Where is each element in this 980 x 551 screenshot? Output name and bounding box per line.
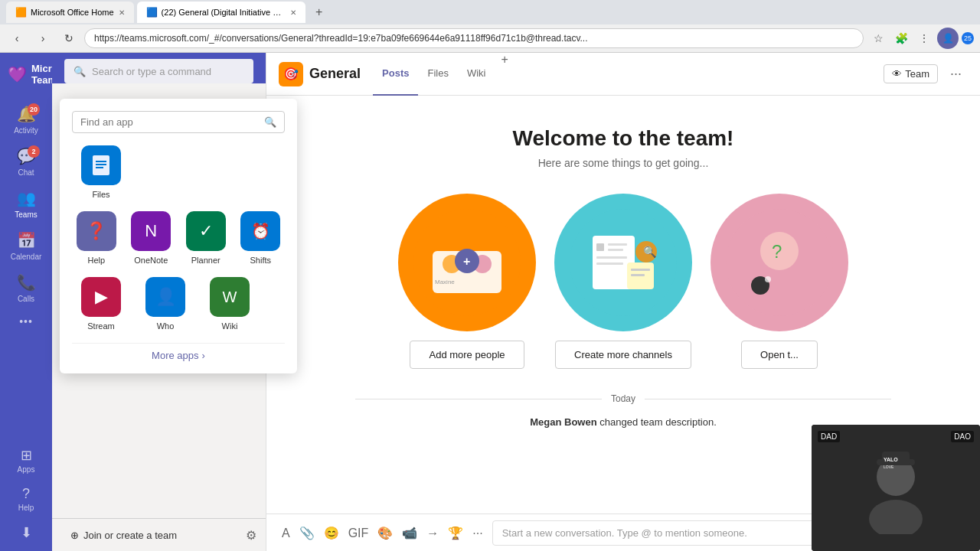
open-button[interactable]: Open t... bbox=[741, 341, 818, 369]
svg-text:LOVE: LOVE bbox=[884, 465, 894, 469]
compose-placeholder: Start a new conversation. Type @ to ment… bbox=[502, 527, 747, 539]
app-popup: 🔍 Files bbox=[60, 99, 297, 373]
teams-panel: 🔍 Search or type a command Teams ⚙ 🔍 bbox=[52, 53, 266, 551]
activity-badge: 20 bbox=[28, 103, 40, 116]
tab-wiki[interactable]: Wiki bbox=[458, 53, 495, 96]
tab1-close[interactable]: ✕ bbox=[119, 8, 125, 17]
app-row-2: ❓ Help N OneNote ✓ Planner ⏰ Shifts bbox=[72, 211, 285, 265]
new-tab-button[interactable]: + bbox=[309, 2, 330, 23]
send-icon[interactable]: → bbox=[423, 523, 442, 543]
channel-more-button[interactable]: ··· bbox=[944, 63, 968, 85]
app-row-featured: Files bbox=[72, 145, 285, 199]
sidebar-item-chat[interactable]: 2 💬 Chat bbox=[0, 141, 52, 183]
add-tab-button[interactable]: + bbox=[495, 53, 514, 96]
activity-label: Activity bbox=[14, 126, 38, 135]
video-person-svg: YALO LOVE bbox=[850, 442, 942, 534]
activity-action: changed team description. bbox=[599, 416, 716, 428]
gif-icon[interactable]: GIF bbox=[345, 523, 372, 543]
browser-menu-icon[interactable]: ⋮ bbox=[914, 28, 934, 48]
back-button[interactable]: ‹ bbox=[6, 28, 28, 49]
welcome-subtitle: Here are some things to get going... bbox=[538, 157, 709, 169]
app-search-input[interactable] bbox=[80, 116, 258, 128]
wiki-app-label: Wiki bbox=[222, 321, 238, 331]
address-bar[interactable]: https://teams.microsoft.com/_#/conversat… bbox=[84, 28, 864, 48]
onenote-app-icon: N bbox=[131, 211, 171, 251]
attach-icon[interactable]: 📎 bbox=[296, 523, 318, 543]
more-actions-icon[interactable]: ··· bbox=[469, 523, 485, 543]
teams-icon: 👥 bbox=[17, 189, 36, 207]
panel-settings-icon[interactable]: ⚙ bbox=[246, 528, 256, 543]
meet-icon[interactable]: 📹 bbox=[399, 523, 420, 543]
app-item-help[interactable]: ❓ Help bbox=[72, 211, 121, 265]
app-item-stream[interactable]: ▶ Stream bbox=[72, 277, 130, 331]
add-people-button[interactable]: Add more people bbox=[410, 341, 524, 369]
tab-files[interactable]: Files bbox=[418, 53, 457, 96]
sidebar-item-activity[interactable]: 20 🔔 Activity bbox=[0, 99, 52, 141]
app-search-container[interactable]: 🔍 bbox=[72, 111, 285, 133]
app-item-files[interactable]: Files bbox=[72, 145, 130, 199]
svg-text:YALO: YALO bbox=[884, 457, 898, 462]
today-label: Today bbox=[611, 393, 635, 404]
sidebar-item-calendar[interactable]: 📅 Calendar bbox=[0, 225, 52, 267]
help-app-label: Help bbox=[87, 256, 105, 265]
sidebar-item-more[interactable]: ••• bbox=[0, 309, 52, 334]
tab1-title: Microsoft Office Home bbox=[31, 8, 114, 17]
help-app-icon: ❓ bbox=[77, 211, 116, 251]
team-button-icon: 👁 bbox=[892, 68, 902, 80]
calendar-icon: 📅 bbox=[17, 231, 36, 249]
svg-rect-19 bbox=[631, 269, 650, 271]
app-item-shifts[interactable]: ⏰ Shifts bbox=[237, 211, 286, 265]
more-apps-button[interactable]: More apps › bbox=[72, 343, 285, 361]
compose-toolbar: A 📎 😊 GIF 🎨 📹 → 🏆 ··· bbox=[279, 523, 486, 543]
extensions-icon[interactable]: 🧩 bbox=[891, 28, 911, 48]
app-item-onenote[interactable]: N OneNote bbox=[127, 211, 176, 265]
video-label-dao: DAO bbox=[951, 431, 974, 442]
more-apps-arrow-icon: › bbox=[202, 350, 205, 361]
svg-rect-15 bbox=[608, 249, 623, 251]
search-bar[interactable]: 🔍 Search or type a command bbox=[64, 59, 253, 83]
join-create-team-button[interactable]: ⊕ Join or create a team bbox=[61, 525, 240, 546]
format-icon[interactable]: A bbox=[279, 523, 293, 543]
praise-icon[interactable]: 🏆 bbox=[445, 523, 466, 543]
sticker-icon[interactable]: 🎨 bbox=[374, 523, 396, 543]
channel-header-actions: 👁 Team ··· bbox=[884, 63, 968, 85]
sidebar-header: 💜 Microsoft Teams ✏ bbox=[0, 53, 52, 96]
refresh-button[interactable]: ↻ bbox=[58, 28, 80, 49]
tab-posts[interactable]: Posts bbox=[373, 53, 418, 96]
browser-tab-1[interactable]: 🟧 Microsoft Office Home ✕ bbox=[6, 2, 134, 23]
app-item-planner[interactable]: ✓ Planner bbox=[181, 211, 230, 265]
more-apps-label: More apps bbox=[152, 350, 198, 361]
svg-rect-17 bbox=[596, 262, 623, 265]
sidebar-item-help[interactable]: ? Help bbox=[0, 481, 52, 517]
bookmark-icon[interactable]: ☆ bbox=[868, 28, 888, 48]
shifts-app-label: Shifts bbox=[250, 256, 271, 265]
welcome-cards: + Maxine Add more people bbox=[398, 194, 848, 369]
forward-button[interactable]: › bbox=[32, 28, 54, 49]
app-item-wiki[interactable]: W Wiki bbox=[201, 277, 259, 331]
apps-icon: ⊞ bbox=[21, 447, 32, 464]
browser-profile[interactable]: 👤 bbox=[937, 28, 959, 49]
planner-app-label: Planner bbox=[191, 256, 220, 265]
tab2-close[interactable]: ✕ bbox=[290, 8, 296, 17]
team-button[interactable]: 👁 Team bbox=[884, 64, 938, 83]
svg-rect-14 bbox=[608, 243, 627, 246]
browser-tab-2[interactable]: 🟦 (22) General (Digital Initiative Pu...… bbox=[137, 2, 305, 23]
welcome-title: Welcome to the team! bbox=[513, 126, 734, 151]
app-item-who[interactable]: 👤 Who bbox=[136, 277, 194, 331]
activity-item: Megan Bowen changed team description. bbox=[530, 416, 717, 428]
video-labels: DAD DAO bbox=[818, 431, 974, 442]
create-channels-button[interactable]: Create more channels bbox=[555, 341, 691, 369]
wiki-app-icon: W bbox=[210, 277, 250, 317]
svg-text:+: + bbox=[463, 255, 470, 268]
svg-text:🔍: 🔍 bbox=[643, 246, 657, 259]
add-join-team-button[interactable]: ⬇ bbox=[0, 520, 52, 546]
browser-toolbar: ‹ › ↻ https://teams.microsoft.com/_#/con… bbox=[0, 24, 980, 52]
sidebar-item-calls[interactable]: 📞 Calls bbox=[0, 267, 52, 309]
onenote-app-label: OneNote bbox=[134, 256, 168, 265]
emoji-icon[interactable]: 😊 bbox=[321, 523, 342, 543]
app-search-icon: 🔍 bbox=[264, 116, 276, 128]
who-app-label: Who bbox=[157, 321, 175, 331]
sidebar-item-teams[interactable]: 👥 Teams bbox=[0, 183, 52, 225]
sidebar-item-apps[interactable]: ⊞ Apps bbox=[0, 442, 52, 478]
help-label: Help bbox=[18, 504, 34, 512]
